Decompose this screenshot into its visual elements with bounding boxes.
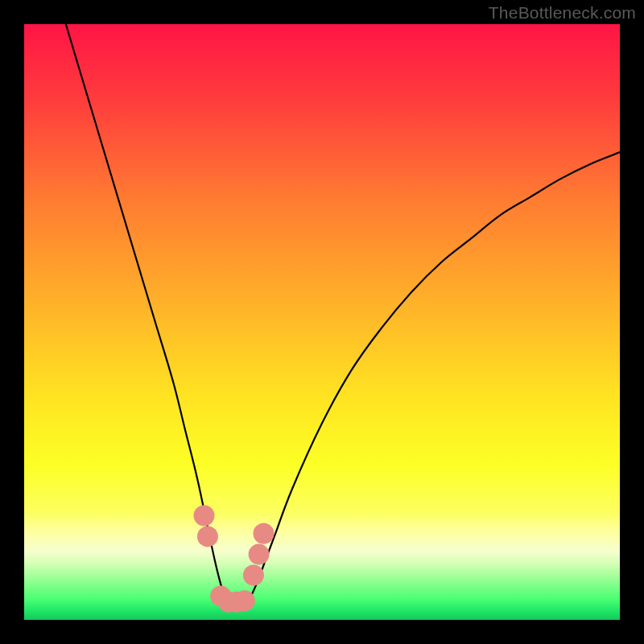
plot-area	[24, 24, 620, 620]
marker-point	[193, 506, 214, 526]
watermark-text: TheBottleneck.com	[489, 3, 636, 23]
chart-container: TheBottleneck.com	[0, 0, 644, 644]
gradient-background	[24, 24, 620, 620]
marker-point	[234, 590, 255, 611]
marker-point	[253, 523, 274, 544]
marker-point	[249, 544, 270, 565]
marker-point	[197, 526, 218, 547]
chart-svg	[24, 24, 620, 620]
marker-point	[243, 565, 264, 586]
